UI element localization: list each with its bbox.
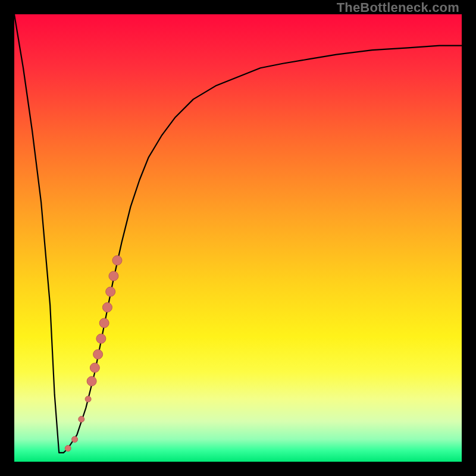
curve-marker [109, 271, 118, 281]
curve-marker [99, 318, 109, 328]
curve-marker [90, 363, 99, 372]
curve-marker [112, 256, 122, 265]
curve-marker [85, 396, 91, 402]
curve-marker [79, 416, 84, 422]
curve-marker [87, 377, 96, 386]
curve-marker [102, 303, 112, 312]
curve-marker [106, 287, 115, 296]
watermark-text: TheBottleneck.com [337, 0, 459, 15]
curve-marker [96, 334, 106, 343]
curve-marker [72, 436, 78, 442]
chart-background [14, 14, 462, 462]
curve-marker [65, 445, 71, 451]
curve-marker [93, 350, 103, 359]
chart-frame [14, 14, 462, 462]
bottleneck-chart [14, 14, 462, 462]
